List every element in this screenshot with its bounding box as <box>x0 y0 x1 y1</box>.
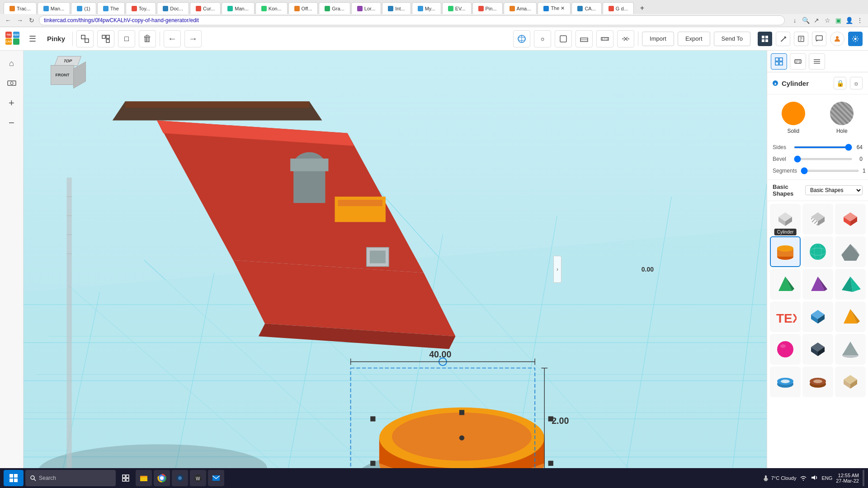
tab-14[interactable]: My... <box>412 2 441 14</box>
bookmark-btn[interactable]: ☆ <box>823 16 832 25</box>
panel-list-btn[interactable] <box>809 53 825 70</box>
comment-btn[interactable] <box>812 32 826 46</box>
menu-btn[interactable]: ⋮ <box>855 16 864 25</box>
user-avatar[interactable] <box>830 32 844 46</box>
tab-7[interactable]: Cur... <box>190 2 221 14</box>
cylinder-collapse-btn[interactable]: ▲ <box>773 80 778 86</box>
redo-btn[interactable]: → <box>184 30 202 47</box>
shape-box-red[interactable] <box>835 204 866 235</box>
solid-option[interactable]: Solid <box>782 102 805 134</box>
tab-19[interactable]: CA... <box>571 2 601 14</box>
shape-pyramid-green[interactable] <box>770 269 801 300</box>
taskbar-explorer[interactable] <box>136 470 152 486</box>
export-btn[interactable]: Export <box>678 32 710 46</box>
address-input[interactable] <box>39 15 785 25</box>
collapse-panel-btn[interactable]: › <box>553 256 561 283</box>
fit-view-btn[interactable] <box>3 74 21 92</box>
delete-btn[interactable]: 🗑 <box>139 30 156 47</box>
ungroup-btn[interactable] <box>97 30 114 47</box>
tab-12[interactable]: Lor... <box>351 2 381 14</box>
tab-8[interactable]: Man... <box>222 2 255 14</box>
taskbar-chrome[interactable] <box>154 470 170 486</box>
tab-5[interactable]: Toy... <box>126 2 156 14</box>
shape-pyramid-yellow[interactable] <box>835 301 866 332</box>
tab-17[interactable]: Ama... <box>504 2 537 14</box>
taskbar-search[interactable]: Search <box>25 470 116 486</box>
view-outline-btn[interactable] <box>555 30 572 47</box>
undo-btn[interactable]: ← <box>164 30 181 47</box>
taskbar-wolf[interactable]: W <box>190 470 206 486</box>
tab-16[interactable]: Pin... <box>472 2 503 14</box>
view-cube-top[interactable]: TOP <box>54 56 81 66</box>
network-icon[interactable] <box>800 474 807 482</box>
view-cube-front[interactable]: FRONT <box>51 65 74 85</box>
task-view-btn[interactable] <box>118 470 134 486</box>
shape-torus-blue[interactable] <box>770 366 801 397</box>
clock[interactable]: 12:55 AM 27-Mar-22 <box>836 473 859 483</box>
forward-btn[interactable]: → <box>15 16 24 25</box>
start-btn[interactable] <box>4 470 24 486</box>
zoom-btn[interactable]: 🔍 <box>801 16 810 25</box>
tab-3[interactable]: (1) <box>71 2 96 14</box>
shape-pyramid-teal[interactable] <box>835 269 866 300</box>
shape-pyramid-purple[interactable] <box>802 269 833 300</box>
shape-torus-brown[interactable] <box>802 366 833 397</box>
new-tab-btn[interactable]: + <box>635 2 650 14</box>
shape-custom[interactable] <box>835 236 866 267</box>
view-workplane-btn[interactable] <box>576 30 593 47</box>
zoom-in-btn[interactable]: + <box>3 94 21 112</box>
tab-18-active[interactable]: The ✕ <box>538 2 571 14</box>
tab-the[interactable]: The <box>97 2 125 14</box>
shape-cone[interactable] <box>835 334 866 365</box>
back-btn[interactable]: ← <box>4 16 13 25</box>
extensions-btn[interactable]: ▣ <box>834 16 843 25</box>
light-btn[interactable]: ☼ <box>850 77 863 89</box>
language-indicator[interactable]: ENG <box>821 475 832 481</box>
learn-btn[interactable] <box>794 32 808 46</box>
view-cube[interactable]: TOP FRONT <box>51 56 85 90</box>
tab-9[interactable]: Kon... <box>255 2 288 14</box>
download-btn[interactable]: ↓ <box>790 16 799 25</box>
shape-box-striped[interactable] <box>802 204 833 235</box>
hamburger-menu-btn[interactable]: ☰ <box>25 32 40 46</box>
send-to-btn[interactable]: Send To <box>714 32 750 46</box>
group-btn[interactable] <box>76 30 94 47</box>
shape-box-tan[interactable] <box>835 366 866 397</box>
weather-widget[interactable]: 7°C Cloudy <box>762 474 797 482</box>
share-btn[interactable]: ↗ <box>812 16 821 25</box>
zoom-out-btn[interactable]: − <box>3 114 21 132</box>
bevel-slider[interactable] <box>794 158 852 160</box>
tab-1[interactable]: Trac... <box>4 2 37 14</box>
canvas-area[interactable]: 40.00 2.00 40.00 <box>24 51 767 488</box>
catalog-dropdown[interactable]: Basic Shapes Featured Shapes All Categor… <box>805 185 863 195</box>
tab-11[interactable]: Gra... <box>319 2 350 14</box>
grid-view-btn[interactable] <box>758 32 772 46</box>
lock-btn[interactable]: 🔒 <box>834 77 846 89</box>
view-ruler-btn[interactable] <box>596 30 613 47</box>
tab-20[interactable]: G d... <box>603 2 634 14</box>
taskbar-mail[interactable] <box>208 470 224 486</box>
sound-icon[interactable] <box>811 474 818 482</box>
duplicate-btn[interactable]: □ <box>118 30 135 47</box>
taskbar-steam[interactable] <box>172 470 188 486</box>
wrench-btn[interactable] <box>776 32 790 46</box>
shape-sphere-pink[interactable] <box>770 334 801 365</box>
shape-cylinder-selected[interactable]: Cylinder <box>770 236 801 267</box>
view-perspective-btn[interactable] <box>513 30 530 47</box>
import-btn[interactable]: Import <box>642 32 674 46</box>
view-circuit-btn[interactable] <box>617 30 634 47</box>
hole-option[interactable]: Hole <box>830 102 854 134</box>
view-light-btn[interactable]: ☼ <box>534 30 551 47</box>
tab-10[interactable]: Off... <box>288 2 318 14</box>
tab-13[interactable]: Int... <box>382 2 410 14</box>
segments-slider[interactable] <box>801 170 859 172</box>
panel-grid-btn[interactable] <box>771 53 787 70</box>
panel-ruler-btn[interactable] <box>790 53 806 70</box>
shape-text[interactable]: TEXT <box>770 301 801 332</box>
shape-sphere[interactable] <box>802 236 833 267</box>
home-btn[interactable]: ⌂ <box>3 54 21 72</box>
sides-slider[interactable] <box>794 146 852 148</box>
shape-cube-blue[interactable] <box>802 301 833 332</box>
tab-2[interactable]: Man... <box>38 2 71 14</box>
settings-btn[interactable] <box>848 32 863 46</box>
